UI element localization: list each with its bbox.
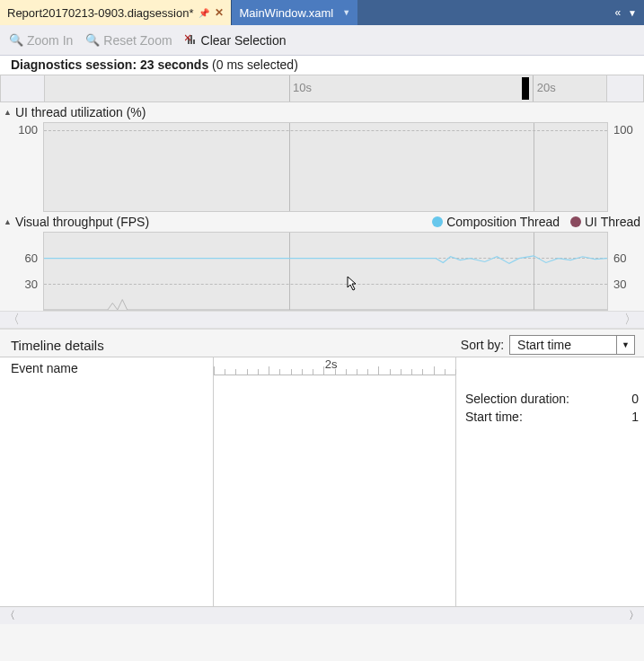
playhead-marker[interactable] bbox=[522, 77, 529, 100]
dropdown-icon[interactable]: ▼ bbox=[628, 8, 637, 18]
legend-ui-thread: UI Thread bbox=[570, 215, 640, 229]
svg-rect-1 bbox=[190, 35, 192, 44]
legend-label: Composition Thread bbox=[446, 215, 560, 229]
panel-title: UI thread utilization (%) bbox=[15, 105, 146, 119]
panel-header-ui-thread[interactable]: ▲ UI thread utilization (%) bbox=[0, 102, 644, 122]
legend-composition: Composition Thread bbox=[432, 215, 560, 229]
zoom-reset-icon: 🔍 bbox=[85, 33, 100, 47]
chevron-down-icon[interactable]: ▼ bbox=[616, 336, 634, 354]
timeline-ruler[interactable]: 10s20s bbox=[0, 75, 644, 102]
event-name-header: Event name bbox=[0, 357, 213, 379]
session-duration: 23 seconds bbox=[140, 57, 208, 72]
details-title: Timeline details bbox=[11, 338, 104, 353]
overflow-icon[interactable]: « bbox=[614, 6, 621, 19]
column-event-name: Event name bbox=[0, 357, 214, 606]
y-tick: 60 bbox=[613, 251, 626, 265]
prop-label: Start time: bbox=[465, 410, 523, 424]
scroll-left-icon[interactable]: 〈 bbox=[7, 312, 20, 328]
panel-visual-throughput: ▲ Visual throughput (FPS) Composition Th… bbox=[0, 212, 644, 311]
clear-selection-icon bbox=[185, 32, 198, 48]
reset-zoom-button[interactable]: 🔍 Reset Zoom bbox=[85, 33, 172, 48]
chevron-down-icon: ▼ bbox=[342, 8, 350, 17]
prop-start-time: Start time: 1 bbox=[465, 408, 639, 426]
scroll-right-icon[interactable]: 〉 bbox=[624, 312, 637, 328]
y-tick: 60 bbox=[25, 251, 38, 265]
column-timeline[interactable]: 2s bbox=[214, 357, 456, 606]
svg-rect-2 bbox=[193, 40, 195, 44]
panel-header-fps[interactable]: ▲ Visual throughput (FPS) Composition Th… bbox=[0, 212, 644, 232]
legend-swatch-icon bbox=[570, 216, 581, 227]
prop-value: 0 bbox=[631, 392, 639, 406]
tab-mainwindow[interactable]: MainWindow.xaml ▼ bbox=[231, 0, 357, 25]
zoom-in-button[interactable]: 🔍 Zoom In bbox=[9, 33, 73, 48]
panel-ui-thread: ▲ UI thread utilization (%) 100 100 bbox=[0, 102, 644, 212]
clear-selection-button[interactable]: Clear Selection bbox=[185, 32, 287, 48]
collapse-icon[interactable]: ▲ bbox=[4, 217, 12, 226]
chart-ui-thread[interactable]: 100 100 bbox=[0, 122, 644, 212]
session-prefix: Diagnostics session: bbox=[11, 57, 140, 72]
details-body: Event name 2s Selection duration: 0 Star… bbox=[0, 357, 644, 606]
toolbar: 🔍 Zoom In 🔍 Reset Zoom Clear Selection bbox=[0, 25, 644, 56]
y-tick: 30 bbox=[25, 278, 38, 291]
tab-label: Report20170213-0903.diagsession* bbox=[7, 6, 193, 20]
prop-value: 1 bbox=[631, 410, 639, 424]
tabbar-overflow: « ▼ bbox=[607, 0, 644, 25]
y-tick: 100 bbox=[613, 123, 633, 137]
legend-label: UI Thread bbox=[585, 215, 640, 229]
y-tick: 30 bbox=[613, 278, 626, 291]
chart-scroll-row: 〈 〉 bbox=[0, 311, 644, 329]
bottom-scrollbar[interactable]: 〈 〉 bbox=[0, 606, 644, 624]
zoom-in-icon: 🔍 bbox=[9, 33, 23, 47]
details-toolbar: Timeline details Sort by: Start time ▼ bbox=[0, 329, 644, 357]
scrollbar-track[interactable] bbox=[20, 609, 624, 623]
scroll-left-icon[interactable]: 〈 bbox=[0, 608, 20, 623]
sort-by-value: Start time bbox=[510, 338, 616, 352]
y-tick: 100 bbox=[18, 123, 38, 137]
column-properties: Selection duration: 0 Start time: 1 bbox=[456, 357, 644, 606]
close-icon[interactable]: ✕ bbox=[215, 6, 224, 19]
sort-by-select[interactable]: Start time ▼ bbox=[509, 335, 635, 355]
pin-icon[interactable]: 📌 bbox=[198, 8, 209, 18]
sort-by-label: Sort by: bbox=[461, 338, 504, 352]
tab-label: MainWindow.xaml bbox=[239, 6, 333, 20]
prop-label: Selection duration: bbox=[465, 392, 569, 406]
panel-title: Visual throughput (FPS) bbox=[15, 215, 149, 229]
tab-bar: Report20170213-0903.diagsession* 📌 ✕ Mai… bbox=[0, 0, 644, 25]
session-header: Diagnostics session: 23 seconds (0 ms se… bbox=[0, 56, 644, 75]
scroll-right-icon[interactable]: 〉 bbox=[624, 608, 644, 623]
collapse-icon[interactable]: ▲ bbox=[4, 108, 12, 117]
zoom-in-label: Zoom In bbox=[27, 33, 73, 48]
prop-selection-duration: Selection duration: 0 bbox=[465, 390, 639, 408]
clear-selection-label: Clear Selection bbox=[201, 33, 287, 48]
session-selected: (0 ms selected) bbox=[208, 57, 298, 72]
legend-swatch-icon bbox=[432, 216, 443, 227]
chart-fps[interactable]: 60 30 60 30 bbox=[0, 232, 644, 311]
reset-zoom-label: Reset Zoom bbox=[103, 33, 172, 48]
mini-ruler[interactable]: 2s bbox=[214, 357, 455, 375]
tab-active-report[interactable]: Report20170213-0903.diagsession* 📌 ✕ bbox=[0, 0, 231, 25]
